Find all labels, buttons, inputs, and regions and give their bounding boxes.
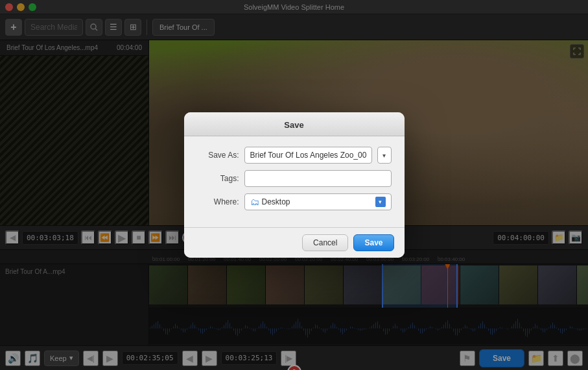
tags-label: Tags:: [197, 174, 239, 183]
where-selector[interactable]: 🗂 Desktop ▾: [244, 193, 392, 210]
dialog-header: Save: [184, 112, 405, 136]
tags-input[interactable]: [244, 170, 392, 187]
save-as-dropdown[interactable]: ▾: [377, 147, 392, 164]
dialog-title: Save: [284, 120, 303, 130]
where-arrow: ▾: [375, 197, 386, 207]
cancel-button[interactable]: Cancel: [302, 234, 348, 251]
where-row: Where: 🗂 Desktop ▾: [197, 193, 392, 210]
save-as-input[interactable]: [244, 147, 372, 164]
where-value: Desktop: [262, 197, 290, 206]
save-as-label: Save As:: [197, 151, 239, 160]
dialog-save-button[interactable]: Save: [353, 234, 394, 251]
save-as-row: Save As: ▾: [197, 147, 392, 164]
save-dialog: Save Save As: ▾ Tags: Where: 🗂 Desktop ▾: [184, 112, 405, 258]
dialog-body: Save As: ▾ Tags: Where: 🗂 Desktop ▾: [184, 136, 405, 227]
where-label: Where:: [197, 197, 239, 206]
dialog-footer: Cancel Save: [184, 227, 405, 258]
tags-row: Tags:: [197, 170, 392, 187]
folder-icon: 🗂: [250, 197, 259, 207]
dialog-overlay: Save Save As: ▾ Tags: Where: 🗂 Desktop ▾: [0, 0, 588, 370]
